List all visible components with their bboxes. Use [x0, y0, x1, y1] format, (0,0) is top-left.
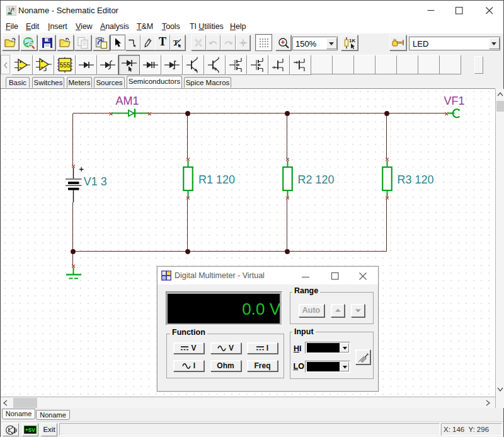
svg-text:V1 3: V1 3: [84, 175, 107, 188]
svg-text:R3 120: R3 120: [398, 173, 434, 186]
svg-text:+5V: +5V: [25, 427, 35, 433]
svg-text:1K: 1K: [349, 38, 355, 44]
svg-text:R1 120: R1 120: [198, 173, 235, 186]
svg-text:VF1: VF1: [444, 95, 465, 107]
svg-text:AM1: AM1: [116, 95, 139, 107]
svg-text:R2 120: R2 120: [298, 173, 335, 186]
svg-text:555: 555: [60, 62, 71, 69]
